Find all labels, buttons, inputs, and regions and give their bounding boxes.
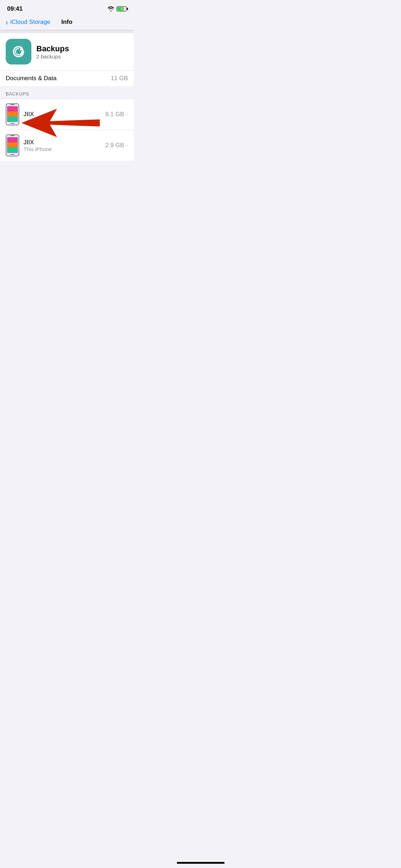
status-icons: ⚡ (107, 6, 127, 11)
back-button[interactable]: ‹ iCloud Storage (6, 18, 50, 26)
status-bar: 09:41 ⚡ (0, 0, 134, 16)
svg-rect-13 (7, 143, 17, 148)
svg-rect-6 (7, 117, 17, 122)
svg-rect-14 (7, 148, 17, 153)
backup-details-2: JIIX This iPhone (24, 139, 101, 152)
backup-item-jiix-2[interactable]: JIIX This iPhone 2.9 GB › (0, 130, 134, 161)
app-info: Backups 2 backups (36, 44, 69, 60)
backup-name-1: JIIX (24, 111, 101, 118)
page: 09:41 ⚡ ‹ iCloud Storage Info (0, 0, 134, 289)
documents-data-value: 11 GB (111, 75, 128, 82)
status-time: 09:41 (7, 5, 22, 12)
svg-rect-8 (10, 123, 15, 124)
backup-icon (11, 44, 26, 60)
documents-data-label: Documents & Data (6, 75, 57, 82)
charging-bolt-icon: ⚡ (120, 7, 124, 11)
backup-name-2: JIIX (24, 139, 101, 146)
nav-bar: ‹ iCloud Storage Info (0, 16, 134, 30)
app-subtitle: 2 backups (36, 53, 69, 60)
device-icon-1 (6, 103, 19, 125)
svg-rect-5 (7, 112, 17, 117)
svg-rect-12 (7, 138, 17, 143)
svg-rect-7 (10, 104, 15, 105)
page-title: Info (61, 19, 72, 26)
documents-data-row: Documents & Data 11 GB (0, 70, 134, 86)
app-name: Backups (36, 44, 69, 53)
backups-section-label: BACKUPS (6, 91, 29, 97)
svg-rect-16 (10, 154, 15, 155)
backup-size-2: 2.9 GB (105, 142, 124, 149)
backup-size-1: 8.1 GB (105, 111, 124, 118)
svg-rect-4 (7, 107, 17, 112)
chevron-right-icon-2: › (126, 143, 128, 148)
back-label: iCloud Storage (10, 19, 50, 26)
chevron-right-icon-1: › (126, 112, 128, 117)
backup-right-1: 8.1 GB › (105, 111, 128, 118)
section-top-gap (0, 30, 134, 33)
device-icon-2 (6, 134, 19, 156)
backup-details-1: JIIX (24, 111, 101, 118)
battery-icon: ⚡ (117, 6, 127, 11)
backup-item-jiix-1[interactable]: JIIX 8.1 GB › (0, 99, 134, 130)
back-chevron-icon: ‹ (6, 18, 8, 26)
backup-right-2: 2.9 GB › (105, 142, 128, 149)
svg-rect-15 (10, 135, 15, 136)
backups-section-gap: BACKUPS (0, 86, 134, 99)
app-header: Backups 2 backups (0, 33, 134, 70)
backup-list: JIIX 8.1 GB › JIIX T (0, 99, 134, 161)
backup-sub-2: This iPhone (24, 146, 101, 152)
app-icon (6, 39, 31, 64)
wifi-icon (107, 6, 114, 11)
